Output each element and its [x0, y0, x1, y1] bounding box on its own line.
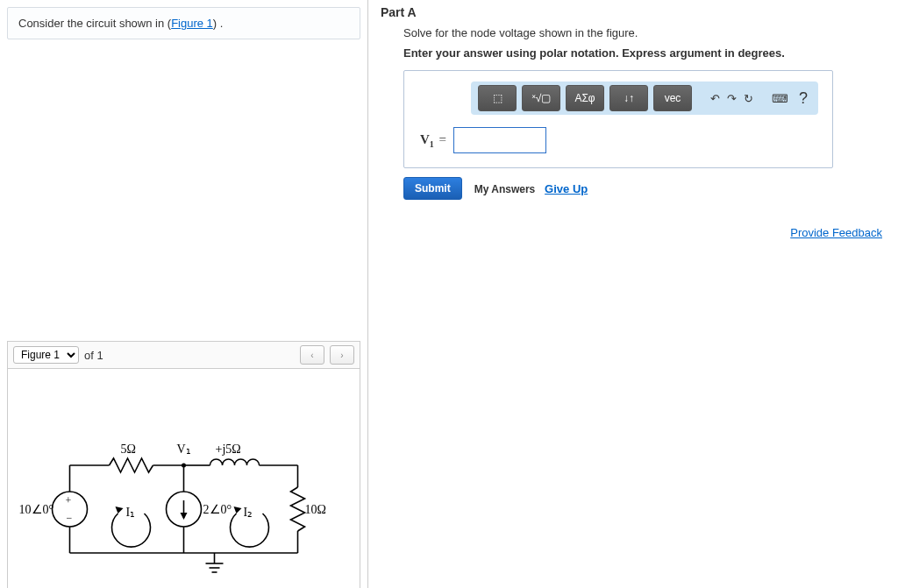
- equation-toolbar: ⬚ ˣ√▢ ΑΣφ ↓↑ vec ↶ ↷ ↻ ⌨ ?: [471, 81, 818, 115]
- prompt-post: ) .: [213, 17, 224, 30]
- part-instruction-strong: Enter your answer using polar notation. …: [403, 46, 886, 60]
- circuit-i1-label: I₁: [126, 506, 136, 519]
- figure-of-text: of 1: [84, 349, 103, 362]
- circuit-i2-label: I₂: [244, 506, 253, 519]
- greek-button[interactable]: ΑΣφ: [566, 85, 604, 111]
- undo-icon[interactable]: ↶: [709, 89, 721, 108]
- keyboard-icon[interactable]: ⌨: [772, 89, 788, 108]
- part-instruction: Solve for the node voltage shown in the …: [403, 26, 886, 39]
- vec-button[interactable]: vec: [653, 85, 692, 111]
- redo-icon[interactable]: ↷: [726, 89, 738, 108]
- give-up-link[interactable]: Give Up: [545, 182, 588, 195]
- circuit-r1-label: 5Ω: [121, 443, 136, 456]
- circuit-v1-label: V₁: [177, 443, 191, 456]
- svg-text:−: −: [67, 512, 73, 524]
- reset-icon[interactable]: ↻: [743, 89, 754, 108]
- figure-link[interactable]: Figure 1: [171, 17, 213, 30]
- answer-variable-label: V1 =: [420, 132, 446, 149]
- answer-box: ⬚ ˣ√▢ ΑΣφ ↓↑ vec ↶ ↷ ↻ ⌨ ? V1 =: [403, 70, 833, 168]
- my-answers-label: My Answers: [474, 183, 536, 195]
- submit-button[interactable]: Submit: [403, 177, 462, 200]
- problem-prompt: Consider the circuit shown in (Figure 1)…: [7, 7, 360, 39]
- circuit-cs-label: 2∠0°: [203, 503, 232, 516]
- figure-next-button[interactable]: ›: [330, 345, 354, 365]
- figure-select[interactable]: Figure 1: [13, 346, 79, 364]
- part-title: Part A: [381, 5, 886, 19]
- help-icon[interactable]: ?: [799, 89, 808, 108]
- figure-body: + −: [8, 369, 360, 588]
- circuit-diagram: + −: [8, 369, 360, 588]
- provide-feedback-link[interactable]: Provide Feedback: [790, 226, 882, 239]
- figure-prev-button[interactable]: ‹: [300, 345, 324, 365]
- circuit-source-label: 10∠0°: [19, 503, 54, 516]
- circuit-r2-label: 10Ω: [305, 503, 326, 516]
- prompt-pre: Consider the circuit shown in (: [18, 17, 171, 30]
- template-button[interactable]: ⬚: [478, 85, 517, 111]
- figure-header: Figure 1 of 1 ‹ ›: [8, 342, 360, 369]
- svg-text:+: +: [66, 494, 72, 507]
- answer-input[interactable]: [453, 127, 546, 153]
- sqrt-button[interactable]: ˣ√▢: [522, 85, 560, 111]
- figure-panel: Figure 1 of 1 ‹ ›: [7, 341, 360, 588]
- subscript-button[interactable]: ↓↑: [609, 85, 648, 111]
- circuit-l-label: +j5Ω: [216, 443, 241, 456]
